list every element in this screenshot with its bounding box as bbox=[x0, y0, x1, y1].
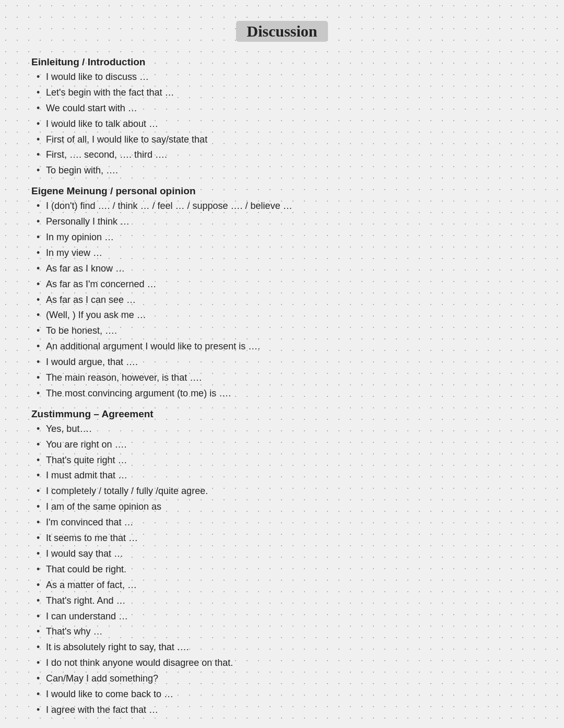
list-item: I (don't) find …. / think … / feel … / s… bbox=[31, 199, 533, 214]
bullet-list-personal-opinion: I (don't) find …. / think … / feel … / s… bbox=[31, 199, 533, 401]
list-item: In my opinion … bbox=[31, 230, 533, 245]
list-item: I would like to come back to … bbox=[31, 687, 533, 702]
page-title: Discussion bbox=[236, 21, 327, 42]
list-item: I agree with the fact that … bbox=[31, 703, 533, 718]
list-item: As far as I know … bbox=[31, 262, 533, 276]
list-item: I would like to talk about … bbox=[31, 117, 533, 132]
list-item: The main reason, however, is that …. bbox=[31, 371, 533, 385]
list-item: Personally I think … bbox=[31, 215, 533, 229]
list-item: An additional argument I would like to p… bbox=[31, 339, 533, 354]
bullet-list-agreement: Yes, but….You are right on ….That's quit… bbox=[31, 422, 533, 718]
list-item: That's right. And … bbox=[31, 594, 533, 608]
list-item: We could start with … bbox=[31, 101, 533, 116]
sections-container: Einleitung / IntroductionI would like to… bbox=[31, 56, 533, 718]
list-item: As far as I can see … bbox=[31, 293, 533, 308]
list-item: Can/May I add something? bbox=[31, 672, 533, 686]
list-item: The most convincing argument (to me) is … bbox=[31, 386, 533, 401]
list-item: It seems to me that … bbox=[31, 531, 533, 546]
section-heading-personal-opinion: Eigene Meinung / personal opinion bbox=[31, 185, 533, 197]
list-item: That's why … bbox=[31, 625, 533, 639]
list-item: Yes, but…. bbox=[31, 422, 533, 437]
list-item: I would argue, that …. bbox=[31, 355, 533, 370]
list-item: I would say that … bbox=[31, 547, 533, 561]
list-item: I am of the same opinion as bbox=[31, 500, 533, 514]
list-item: First of all, I would like to say/state … bbox=[31, 133, 533, 147]
list-item: As far as I'm concerned … bbox=[31, 277, 533, 292]
list-item: I would like to discuss … bbox=[31, 70, 533, 85]
list-item: That's quite right … bbox=[31, 453, 533, 468]
list-item: To begin with, …. bbox=[31, 163, 533, 178]
list-item: It is absolutely right to say, that …. bbox=[31, 640, 533, 655]
list-item: I do not think anyone would disagree on … bbox=[31, 656, 533, 671]
bullet-list-introduction: I would like to discuss …Let's begin wit… bbox=[31, 70, 533, 178]
list-item: First, …. second, …. third …. bbox=[31, 148, 533, 162]
section-heading-agreement: Zustimmung – Agreement bbox=[31, 408, 533, 420]
page-title-wrapper: Discussion bbox=[31, 21, 533, 42]
list-item: (Well, ) If you ask me … bbox=[31, 308, 533, 323]
list-item: As a matter of fact, … bbox=[31, 578, 533, 593]
list-item: Let's begin with the fact that … bbox=[31, 86, 533, 100]
list-item: I can understand … bbox=[31, 609, 533, 624]
list-item: That could be right. bbox=[31, 562, 533, 577]
list-item: I'm convinced that … bbox=[31, 515, 533, 530]
list-item: To be honest, …. bbox=[31, 324, 533, 338]
list-item: I completely / totally / fully /quite ag… bbox=[31, 484, 533, 499]
list-item: In my view … bbox=[31, 246, 533, 261]
section-heading-introduction: Einleitung / Introduction bbox=[31, 56, 533, 68]
list-item: You are right on …. bbox=[31, 438, 533, 452]
list-item: I must admit that … bbox=[31, 468, 533, 483]
